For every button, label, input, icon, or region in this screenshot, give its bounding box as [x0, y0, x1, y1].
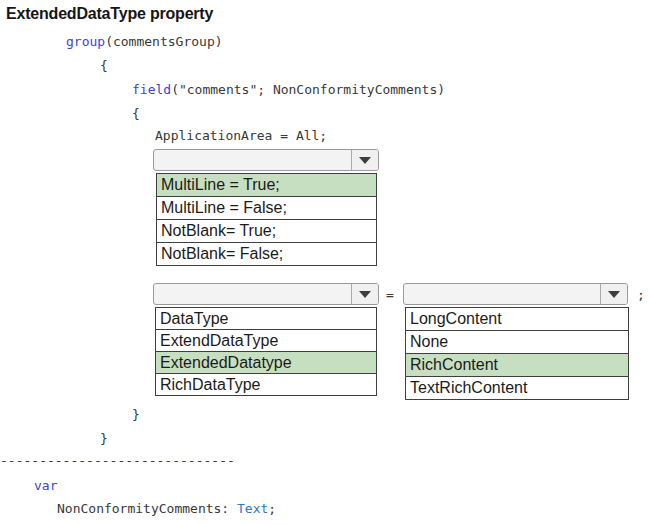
group-args: (commentsGroup)	[105, 34, 222, 49]
equals-sign: =	[386, 287, 394, 302]
property-value-options-list: LongContent None RichContent TextRichCon…	[405, 307, 629, 400]
list-option[interactable]: MultiLine = False;	[157, 197, 376, 220]
list-option[interactable]: NotBlank= False;	[157, 243, 376, 265]
close-brace-group: }	[100, 431, 108, 446]
property-statement-options-list: MultiLine = True; MultiLine = False; Not…	[156, 173, 377, 266]
statement-semicolon: ;	[637, 287, 645, 302]
group-keyword: group	[66, 34, 105, 49]
list-option[interactable]: RichDataType	[156, 374, 376, 395]
page-title: ExtendedDataType property	[6, 5, 213, 23]
code-divider: ------------------------------	[0, 453, 235, 468]
list-option[interactable]: ExtendDataType	[156, 330, 376, 352]
open-brace-field: {	[132, 106, 140, 121]
var-decl-end: ;	[268, 501, 276, 516]
chevron-down-icon	[359, 291, 371, 298]
var-keyword: var	[34, 478, 57, 493]
field-args: ("comments"; NonConformityComments)	[171, 82, 445, 97]
exhibit-panel: ExtendedDataType property group(comments…	[0, 0, 649, 524]
var-decl-type: Text	[237, 501, 268, 516]
open-brace-group: {	[100, 58, 108, 73]
code-line-var-decl: NonConformityComments: Text;	[57, 501, 276, 516]
list-option[interactable]: NotBlank= True;	[157, 220, 376, 243]
property-name-dropdown[interactable]	[153, 283, 379, 305]
property-statement-dropdown-button[interactable]	[351, 150, 378, 170]
code-line-field: field("comments"; NonConformityComments)	[132, 82, 445, 97]
property-name-dropdown-value	[154, 284, 351, 304]
code-line-group: group(commentsGroup)	[66, 34, 223, 49]
list-option[interactable]: ExtendedDatatype	[156, 352, 376, 374]
property-name-options-list: DataType ExtendDataType ExtendedDatatype…	[155, 307, 377, 396]
property-statement-dropdown-value	[154, 150, 351, 170]
list-option[interactable]: TextRichContent	[406, 377, 628, 399]
property-value-dropdown-value	[404, 284, 600, 304]
code-line-applicationarea: ApplicationArea = All;	[155, 128, 327, 143]
field-keyword: field	[132, 82, 171, 97]
var-decl-name: NonConformityComments:	[57, 501, 237, 516]
list-option[interactable]: LongContent	[406, 308, 628, 331]
property-value-dropdown-button[interactable]	[600, 284, 627, 304]
list-option[interactable]: RichContent	[406, 354, 628, 377]
list-option[interactable]: None	[406, 331, 628, 354]
chevron-down-icon	[608, 291, 620, 298]
chevron-down-icon	[359, 157, 371, 164]
property-name-dropdown-button[interactable]	[351, 284, 378, 304]
list-option[interactable]: MultiLine = True;	[157, 174, 376, 197]
property-statement-dropdown[interactable]	[153, 149, 379, 171]
property-value-dropdown[interactable]	[403, 283, 628, 305]
close-brace-field: }	[132, 407, 140, 422]
list-option[interactable]: DataType	[156, 308, 376, 330]
